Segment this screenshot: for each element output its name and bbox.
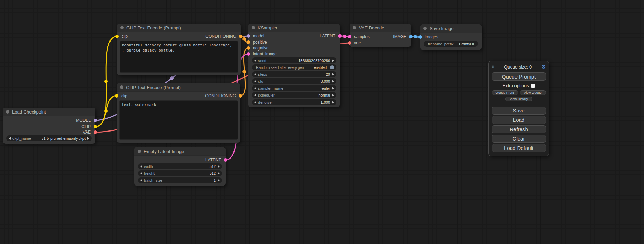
view-queue-button[interactable]: View Queue bbox=[520, 90, 546, 95]
collapse-toggle-icon[interactable] bbox=[353, 26, 356, 29]
collapse-toggle-icon[interactable] bbox=[138, 150, 141, 153]
widget-batch-size[interactable]: batch_size 1 bbox=[138, 177, 222, 183]
decrement-arrow-icon[interactable] bbox=[9, 137, 11, 140]
queue-size-label: Queue size: 0 bbox=[504, 64, 532, 70]
input-port-clip[interactable] bbox=[115, 35, 119, 38]
node-title: Empty Latent Image bbox=[144, 149, 184, 154]
widget-height[interactable]: height 512 bbox=[138, 170, 222, 176]
widget-value: v1-5-pruned-emaonly.ckpt bbox=[42, 136, 86, 141]
extra-options-label: Extra options bbox=[503, 83, 529, 88]
decrement-arrow-icon[interactable] bbox=[254, 80, 256, 83]
input-port-latent-image[interactable] bbox=[247, 52, 250, 56]
refresh-button[interactable]: Refresh bbox=[492, 125, 546, 133]
widget-label: scheduler bbox=[258, 93, 275, 97]
output-label-latent: LATENT bbox=[320, 34, 335, 38]
output-label-image: IMAGE bbox=[393, 34, 406, 39]
toggle-knob-icon[interactable] bbox=[330, 65, 334, 69]
output-port-model[interactable] bbox=[94, 119, 97, 122]
prompt-textarea[interactable]: beautiful scenery nature glass bottle la… bbox=[120, 41, 238, 73]
queue-front-button[interactable]: Queue Front bbox=[492, 90, 518, 95]
wire-midpoint-clip-negative bbox=[104, 109, 108, 113]
load-default-button[interactable]: Load Default bbox=[492, 144, 546, 152]
node-save-image[interactable]: Save Image images filename_prefix ComfyU… bbox=[420, 24, 482, 50]
node-load-checkpoint[interactable]: Load Checkpoint MODEL CLIP VAE ckpt_name… bbox=[3, 108, 95, 144]
widget-label: filename_prefix bbox=[428, 42, 454, 46]
load-button[interactable]: Load bbox=[492, 116, 546, 124]
increment-arrow-icon[interactable] bbox=[332, 101, 334, 104]
widget-seed[interactable]: seed 156680208700286 bbox=[252, 57, 336, 63]
decrement-arrow-icon[interactable] bbox=[254, 101, 256, 104]
input-port-images[interactable] bbox=[418, 35, 422, 39]
settings-gear-icon[interactable]: ⚙ bbox=[541, 64, 546, 70]
node-title: VAE Decode bbox=[359, 25, 384, 30]
output-port-latent[interactable] bbox=[338, 34, 342, 38]
widget-cfg[interactable]: cfg 8.000 bbox=[252, 78, 336, 84]
prompt-textarea[interactable]: text, watermark bbox=[119, 100, 238, 140]
collapse-toggle-icon[interactable] bbox=[6, 110, 9, 114]
queue-prompt-button[interactable]: Queue Prompt bbox=[492, 72, 546, 81]
input-port-negative[interactable] bbox=[247, 46, 250, 50]
decrement-arrow-icon[interactable] bbox=[254, 87, 256, 90]
input-port-clip[interactable] bbox=[115, 94, 118, 98]
widget-width[interactable]: width 512 bbox=[138, 163, 222, 169]
increment-arrow-icon[interactable] bbox=[332, 94, 334, 97]
collapse-toggle-icon[interactable] bbox=[423, 27, 427, 30]
output-port-image[interactable] bbox=[409, 35, 413, 38]
decrement-arrow-icon[interactable] bbox=[254, 59, 256, 62]
widget-steps[interactable]: steps 20 bbox=[252, 71, 336, 77]
increment-arrow-icon[interactable] bbox=[218, 165, 220, 168]
input-slot-model: model bbox=[247, 33, 264, 39]
increment-arrow-icon[interactable] bbox=[332, 80, 334, 83]
collapse-toggle-icon[interactable] bbox=[120, 85, 123, 89]
decrement-arrow-icon[interactable] bbox=[140, 165, 142, 168]
node-ksampler[interactable]: KSampler model positive negative latent_… bbox=[248, 24, 340, 107]
node-clip-text-encode-negative[interactable]: CLIP Text Encode (Prompt) clip CONDITION… bbox=[117, 83, 240, 143]
decrement-arrow-icon[interactable] bbox=[254, 94, 256, 97]
output-port-conditioning[interactable] bbox=[239, 35, 242, 38]
output-slot-latent: LATENT bbox=[320, 33, 342, 39]
input-port-model[interactable] bbox=[247, 34, 250, 38]
increment-arrow-icon[interactable] bbox=[218, 172, 220, 175]
input-port-samples[interactable] bbox=[348, 35, 351, 38]
decrement-arrow-icon[interactable] bbox=[140, 172, 142, 175]
node-graph-canvas[interactable]: Load Checkpoint MODEL CLIP VAE ckpt_name… bbox=[0, 0, 644, 244]
node-clip-text-encode-positive[interactable]: CLIP Text Encode (Prompt) clip CONDITION… bbox=[117, 24, 241, 75]
save-button[interactable]: Save bbox=[492, 107, 546, 115]
widget-label: width bbox=[144, 164, 153, 169]
output-label-latent: LATENT bbox=[205, 157, 221, 162]
decrement-arrow-icon[interactable] bbox=[140, 179, 142, 182]
widget-sampler-name[interactable]: sampler_name euler bbox=[252, 85, 336, 91]
extra-options-checkbox[interactable] bbox=[531, 84, 535, 88]
node-title-bar: CLIP Text Encode (Prompt) bbox=[117, 24, 241, 32]
node-vae-decode[interactable]: VAE Decode samples vae IMAGE bbox=[350, 24, 411, 47]
output-port-vae[interactable] bbox=[94, 130, 97, 134]
input-label-vae: vae bbox=[354, 40, 361, 45]
node-empty-latent-image[interactable]: Empty Latent Image LATENT width 512 heig… bbox=[134, 147, 226, 186]
node-title-bar: CLIP Text Encode (Prompt) bbox=[117, 83, 240, 92]
increment-arrow-icon[interactable] bbox=[332, 73, 334, 76]
increment-arrow-icon[interactable] bbox=[87, 137, 89, 140]
view-history-button[interactable]: View History bbox=[505, 97, 532, 101]
increment-arrow-icon[interactable] bbox=[218, 179, 220, 182]
output-port-latent[interactable] bbox=[224, 158, 227, 162]
increment-arrow-icon[interactable] bbox=[332, 87, 334, 90]
widget-random-seed-toggle[interactable]: Random seed after every gen enabled bbox=[252, 64, 336, 70]
collapse-toggle-icon[interactable] bbox=[252, 26, 255, 29]
clear-button[interactable]: Clear bbox=[492, 135, 546, 143]
widget-scheduler[interactable]: scheduler normal bbox=[252, 92, 336, 98]
widget-ckpt-name[interactable]: ckpt_name v1-5-pruned-emaonly.ckpt bbox=[6, 135, 92, 141]
widget-value: 8.000 bbox=[320, 79, 330, 83]
output-port-conditioning[interactable] bbox=[239, 94, 242, 98]
output-port-clip[interactable] bbox=[94, 125, 97, 128]
node-title: KSampler bbox=[258, 25, 277, 30]
output-slot-vae: VAE bbox=[83, 129, 97, 135]
input-port-vae[interactable] bbox=[348, 41, 351, 45]
widget-filename-prefix[interactable]: filename_prefix ComfyUI bbox=[424, 41, 478, 47]
increment-arrow-icon[interactable] bbox=[332, 59, 334, 62]
collapse-toggle-icon[interactable] bbox=[120, 26, 124, 29]
decrement-arrow-icon[interactable] bbox=[254, 73, 256, 76]
node-title-bar: Empty Latent Image bbox=[134, 147, 226, 156]
widget-denoise[interactable]: denoise 1.000 bbox=[252, 99, 336, 105]
drag-handle-icon[interactable]: ⠿ bbox=[492, 64, 495, 69]
input-port-positive[interactable] bbox=[247, 40, 250, 44]
